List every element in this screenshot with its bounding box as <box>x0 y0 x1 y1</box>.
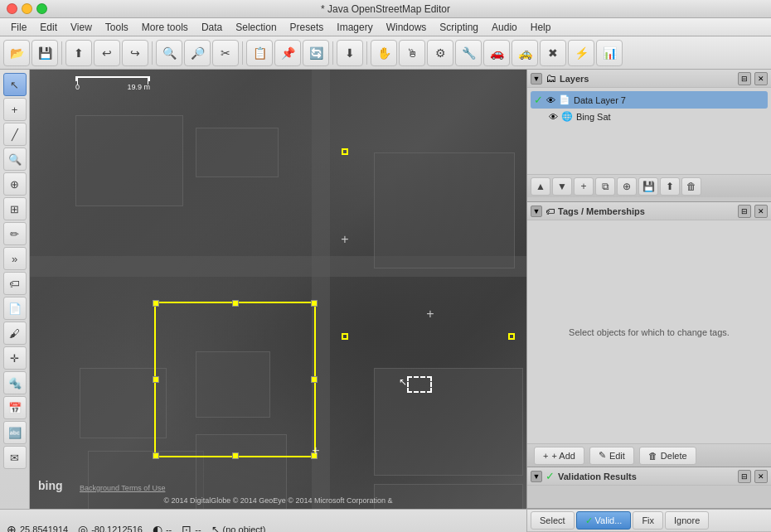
edit-tool[interactable]: ✏ <box>3 222 27 245</box>
layers-delete-btn[interactable]: 🗑 <box>681 177 701 196</box>
lon-value: -80.1212516 <box>91 525 143 533</box>
paste-button[interactable]: 📌 <box>274 40 301 66</box>
menu-item-tools[interactable]: Tools <box>99 20 135 35</box>
upload-button[interactable]: ⬆ <box>65 40 92 66</box>
menu-item-windows[interactable]: Windows <box>380 20 434 35</box>
tags-collapse-btn[interactable]: ▼ <box>531 206 542 217</box>
selection-node[interactable] <box>232 300 239 307</box>
status-tab-valid[interactable]: ✓ Valid... <box>576 511 632 530</box>
selection-node[interactable] <box>153 300 159 307</box>
download-button[interactable]: ⬇ <box>337 40 363 66</box>
layers-move-down-btn[interactable]: ▼ <box>552 177 572 196</box>
move-tool[interactable]: ✛ <box>3 346 27 370</box>
validation-collapse-btn[interactable]: ▼ <box>531 471 542 482</box>
zoom-to-layer-button[interactable]: 🔍 <box>156 40 182 66</box>
zoom-tool[interactable]: 🔍 <box>3 148 27 171</box>
status-tab-ignore[interactable]: Ignore <box>665 511 709 530</box>
add-node-tool[interactable]: + <box>3 98 27 121</box>
redo-button[interactable]: ↪ <box>122 40 148 66</box>
tags-detach-btn[interactable]: ⊟ <box>738 205 751 218</box>
selection-node[interactable] <box>311 376 318 383</box>
layers-add-btn[interactable]: + <box>574 177 594 196</box>
menu-item-selection[interactable]: Selection <box>229 20 283 35</box>
properties-tool[interactable]: 📄 <box>3 297 27 320</box>
menu-item-more-tools[interactable]: More tools <box>135 20 195 35</box>
search-tool[interactable]: ⊕ <box>3 172 27 196</box>
way-tool-button[interactable]: 🚕 <box>512 40 538 66</box>
select-tool-button[interactable]: 🖱 <box>399 40 425 66</box>
calendar-tool[interactable]: 📅 <box>3 396 27 419</box>
selection-node[interactable] <box>153 452 159 459</box>
road-node[interactable] <box>508 333 515 340</box>
menu-item-audio[interactable]: Audio <box>485 20 524 35</box>
layers-detach-btn[interactable]: ⊟ <box>738 72 751 85</box>
layers-merge-btn[interactable]: ⊕ <box>617 177 637 196</box>
tags-close-btn[interactable]: ✕ <box>754 205 768 218</box>
layer-item-data[interactable]: ✓ 👁 📄 Data Layer 7 <box>531 91 768 109</box>
status-tab-select[interactable]: Select <box>531 511 575 530</box>
drag-selection <box>407 376 432 393</box>
mail-tool[interactable]: ✉ <box>3 446 27 469</box>
delete-button[interactable]: ✖ <box>540 40 566 66</box>
layers-save-btn[interactable]: 💾 <box>638 177 658 196</box>
open-file-button[interactable]: 📂 <box>3 40 30 66</box>
cursor-icon: ↖ <box>211 524 220 533</box>
layers-upload-btn[interactable]: ⬆ <box>660 177 680 196</box>
save-button[interactable]: 💾 <box>32 40 58 66</box>
parallel-tool[interactable]: ⊞ <box>3 197 27 220</box>
building-block <box>374 368 523 476</box>
filter-tool[interactable]: 🔤 <box>3 421 27 444</box>
menu-item-edit[interactable]: Edit <box>33 20 64 35</box>
node-tool-button[interactable]: 🚗 <box>483 40 510 66</box>
map-area[interactable]: 0 19.9 m + + + <box>30 70 526 509</box>
menu-item-file[interactable]: File <box>4 20 33 35</box>
close-button[interactable] <box>7 3 17 14</box>
selection-node[interactable] <box>232 452 239 459</box>
tags-empty-message: Select objects for which to change tags. <box>569 327 730 337</box>
menu-item-presets[interactable]: Presets <box>284 20 331 35</box>
tag-editor-tool[interactable]: 🏷 <box>3 272 27 295</box>
tags-edit-btn[interactable]: ✎ Edit <box>589 447 634 465</box>
copy-button[interactable]: 📋 <box>246 40 273 66</box>
layers-duplicate-btn[interactable]: ⧉ <box>595 177 615 196</box>
undo-button[interactable]: ↩ <box>94 40 120 66</box>
layers-close-btn[interactable]: ✕ <box>754 72 768 85</box>
minimize-button[interactable] <box>22 3 32 14</box>
selection-node[interactable] <box>153 376 159 383</box>
validation-close-btn[interactable]: ✕ <box>754 470 768 483</box>
menu-item-view[interactable]: View <box>64 20 99 35</box>
move-tool-button[interactable]: ✋ <box>371 40 397 66</box>
draw-way-tool[interactable]: ╱ <box>3 123 27 146</box>
status-tab-fix[interactable]: Fix <box>633 511 663 530</box>
layers-collapse-btn[interactable]: ▼ <box>531 73 542 85</box>
menu-item-data[interactable]: Data <box>195 20 229 35</box>
selection-node[interactable] <box>311 300 318 307</box>
tools2[interactable]: 🔩 <box>3 371 27 394</box>
paint-tool[interactable]: 🖌 <box>3 322 27 345</box>
zoom-to-selection-button[interactable]: 🔎 <box>184 40 211 66</box>
select2-button[interactable]: ⚙ <box>427 40 453 66</box>
chart-button[interactable]: 📊 <box>596 40 623 66</box>
toolbar-separator <box>152 41 153 65</box>
menu-item-scripting[interactable]: Scripting <box>433 20 485 35</box>
layer-item-bing[interactable]: 👁 🌐 Bing Sat <box>531 109 768 124</box>
select-tool[interactable]: ↖ <box>3 73 27 96</box>
menu-item-help[interactable]: Help <box>524 20 558 35</box>
refresh-button[interactable]: 🔄 <box>303 40 329 66</box>
more-tools[interactable]: » <box>3 247 27 270</box>
maximize-button[interactable] <box>36 3 47 14</box>
layers-move-up-btn[interactable]: ▲ <box>531 177 550 196</box>
select3-button[interactable]: 🔧 <box>455 40 482 66</box>
conflict-button[interactable]: ⚡ <box>568 40 594 66</box>
map-terms-link[interactable]: Background Terms of Use <box>80 484 165 492</box>
menu-item-imagery[interactable]: Imagery <box>330 20 379 35</box>
tags-delete-btn[interactable]: 🗑 Delete <box>639 447 696 465</box>
parking-block <box>374 152 515 268</box>
road-node[interactable] <box>342 148 348 155</box>
road-node[interactable] <box>342 333 348 340</box>
cut-button[interactable]: ✂ <box>212 40 239 66</box>
layer-type-icon: 📄 <box>559 94 570 105</box>
layer-active-icon: ✓ <box>534 94 543 106</box>
tags-add-btn[interactable]: + + Add <box>534 447 584 465</box>
validation-detach-btn[interactable]: ⊟ <box>738 470 751 483</box>
